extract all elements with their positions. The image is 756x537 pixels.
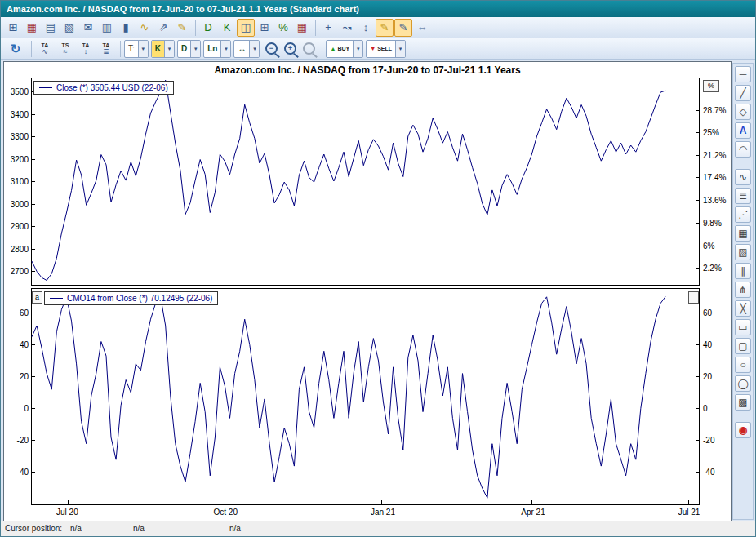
dropdown-arrow-icon: ▾ bbox=[164, 41, 174, 57]
grid-tool[interactable]: ▦ bbox=[735, 225, 751, 242]
toolbar-separator bbox=[120, 41, 121, 57]
day-mode-icon[interactable]: D bbox=[199, 19, 217, 37]
fibonacci-fan-tool[interactable]: ⋰ bbox=[735, 206, 751, 223]
export-chart-icon[interactable]: ⇗ bbox=[154, 19, 172, 37]
panel-layout-icon[interactable]: ◫ bbox=[237, 19, 255, 37]
toolbar-separator bbox=[322, 41, 322, 57]
y-axis-tick-label: 3000 bbox=[11, 200, 29, 209]
pencil-tool-icon[interactable]: ✎ bbox=[376, 19, 394, 37]
cmo-chart: -40-40-20-2000202040406060 bbox=[4, 288, 731, 505]
sell-order-dropdown[interactable]: ▼ SELL ▾ bbox=[366, 40, 406, 58]
chart-window-icon[interactable]: ⊞ bbox=[4, 19, 22, 37]
percent-tick-label: 13.6% bbox=[703, 196, 726, 205]
y-axis-tick-label: 20 bbox=[703, 372, 713, 381]
crosshair-icon[interactable]: + bbox=[319, 19, 337, 37]
ta-indicators-button[interactable]: TA∿ bbox=[35, 40, 55, 58]
secondary-toolbar: ↻ TA∿TS≈TA↓TA≣ T: ▾ K▾D▾Ln▾↔▾ − + ▲ BUY … bbox=[1, 38, 755, 60]
cursor-position-value: n/a bbox=[133, 524, 145, 533]
draw-mode-icon[interactable]: ✎ bbox=[173, 19, 191, 37]
ellipse-tool[interactable]: ○ bbox=[735, 357, 751, 373]
linear-scale-dropdown[interactable]: Ln▾ bbox=[203, 40, 231, 58]
sell-label: SELL bbox=[377, 46, 392, 51]
ta-arrow-button[interactable]: TA↓ bbox=[76, 40, 96, 58]
hatch-tool[interactable]: ▨ bbox=[735, 244, 751, 260]
zoom-in-button[interactable]: + bbox=[281, 40, 299, 58]
x-axis-label: Oct 20 bbox=[214, 508, 238, 517]
percent-tick-label: 25% bbox=[703, 128, 719, 137]
quote-table-icon[interactable]: ▦ bbox=[23, 19, 41, 37]
diamond-marker-tool[interactable]: ◇ bbox=[735, 104, 751, 120]
y-axis-tick-label: 3400 bbox=[11, 110, 29, 119]
indicator-options-button[interactable] bbox=[688, 291, 699, 304]
line-chart-icon[interactable]: ∿ bbox=[136, 19, 153, 37]
trend-line-tool[interactable]: ╱ bbox=[735, 85, 751, 101]
percent-scale-icon[interactable]: % bbox=[274, 19, 292, 37]
rounded-rect-tool[interactable]: ▢ bbox=[735, 338, 751, 354]
pitchfork-tool[interactable]: ⋔ bbox=[735, 282, 751, 298]
horizontal-line-tool[interactable]: ─ bbox=[735, 66, 751, 82]
price-legend-label: Close (*) 3505.44 USD (22-06) bbox=[56, 83, 168, 92]
y-axis-tick-label: 60 bbox=[20, 308, 29, 317]
curve-fit-icon[interactable]: ↝ bbox=[338, 19, 356, 37]
bar-chart-icon[interactable]: ▮ bbox=[117, 19, 135, 37]
y-axis-tick-label: -40 bbox=[703, 468, 715, 477]
circle-tool[interactable]: ◯ bbox=[735, 375, 751, 392]
daily-interval-dropdown[interactable]: D▾ bbox=[177, 40, 201, 58]
price-legend[interactable]: Close (*) 3505.44 USD (22-06) bbox=[33, 81, 174, 95]
column-chart-icon[interactable]: ▥ bbox=[98, 19, 116, 37]
candle-mode-icon[interactable]: K bbox=[218, 19, 236, 37]
plot-area[interactable] bbox=[32, 289, 700, 505]
x-axis-label: Jul 20 bbox=[56, 508, 78, 517]
cross-tool[interactable]: ╳ bbox=[735, 300, 751, 317]
scale-dropdown-group: K▾D▾Ln▾↔▾ bbox=[151, 40, 263, 58]
cmo-plot: -40-40-20-2000202040406060 bbox=[4, 288, 731, 505]
chart-panel: Amazon.com Inc. / NASDAQ from 17-Jun-20 … bbox=[3, 61, 732, 523]
type-dropdown[interactable]: T: ▾ bbox=[124, 40, 149, 58]
price-chart: 2700280029003000310032003300340035002.2%… bbox=[4, 78, 731, 286]
refresh-chart-button[interactable]: ↻ bbox=[4, 40, 27, 58]
plot-area[interactable] bbox=[32, 78, 700, 286]
freehand-tool[interactable]: ∿ bbox=[735, 169, 751, 185]
x-axis-label: Jan 21 bbox=[371, 508, 395, 517]
toolbar-separator bbox=[195, 20, 196, 36]
gann-grid-tool[interactable]: ▩ bbox=[735, 394, 751, 411]
clear-chart-icon[interactable]: ▧ bbox=[60, 19, 78, 37]
main-toolbar: ⊞▦▤▧✉▥▮∿⇗✎DK◫⊞%▦+↝↕✎✎⇔ bbox=[1, 17, 755, 38]
parallel-channel-tool[interactable]: ∥ bbox=[735, 263, 751, 279]
text-tool[interactable]: A bbox=[735, 122, 751, 139]
grid-icon[interactable]: ⊞ bbox=[256, 19, 273, 37]
cursor-position-value: n/a bbox=[229, 524, 241, 533]
marker-tool-icon[interactable]: ✎ bbox=[394, 19, 412, 37]
toolbar-separator bbox=[315, 20, 316, 36]
ts-signals-button[interactable]: TS≈ bbox=[56, 40, 75, 58]
buy-order-dropdown[interactable]: ▲ BUY ▾ bbox=[326, 40, 363, 58]
close-series-line-icon bbox=[39, 87, 52, 88]
linear-scale-dropdown-label: Ln bbox=[204, 41, 220, 57]
measure-tool-icon[interactable]: ⇔ bbox=[413, 19, 431, 37]
percent-tick-label: 21.2% bbox=[703, 151, 726, 160]
vertical-fit-icon[interactable]: ↕ bbox=[357, 19, 375, 37]
zoom-reset-button[interactable] bbox=[300, 40, 318, 58]
edit-data-icon[interactable]: ▤ bbox=[42, 19, 60, 37]
y-axis-tick-label: 0 bbox=[703, 404, 708, 413]
dropdown-arrow-icon: ▾ bbox=[138, 41, 148, 57]
y-axis-tick-label: 40 bbox=[703, 340, 713, 349]
percent-axis-badge[interactable]: % bbox=[703, 80, 719, 92]
y-axis-tick-label: 0 bbox=[24, 404, 29, 413]
rectangle-tool[interactable]: ▭ bbox=[735, 319, 751, 335]
dropdown-arrow-icon: ▾ bbox=[395, 41, 405, 57]
cmo-legend[interactable]: CMO14 from Close (*) 70.12495 (22-06) bbox=[44, 291, 218, 305]
magnifier-minus-icon: − bbox=[265, 42, 278, 55]
ta-levels-button-icon: ≣ bbox=[103, 48, 109, 55]
arc-tool[interactable]: ◠ bbox=[735, 141, 751, 158]
send-chart-icon[interactable]: ✉ bbox=[79, 19, 97, 37]
horizontal-scale-dropdown[interactable]: ↔▾ bbox=[233, 40, 260, 58]
calendar-grid-icon[interactable]: ▦ bbox=[293, 19, 311, 37]
ta-levels-button[interactable]: TA≣ bbox=[96, 40, 116, 58]
highlight-dot-tool[interactable]: ◉ bbox=[735, 422, 751, 438]
indicator-collapse-button[interactable]: a bbox=[32, 291, 42, 304]
zoom-out-button[interactable]: − bbox=[262, 40, 280, 58]
fibonacci-retracement-tool[interactable]: ≣ bbox=[735, 188, 751, 204]
y-axis-tick-label: 2900 bbox=[11, 222, 29, 231]
candlestick-style-dropdown[interactable]: K▾ bbox=[151, 40, 175, 58]
